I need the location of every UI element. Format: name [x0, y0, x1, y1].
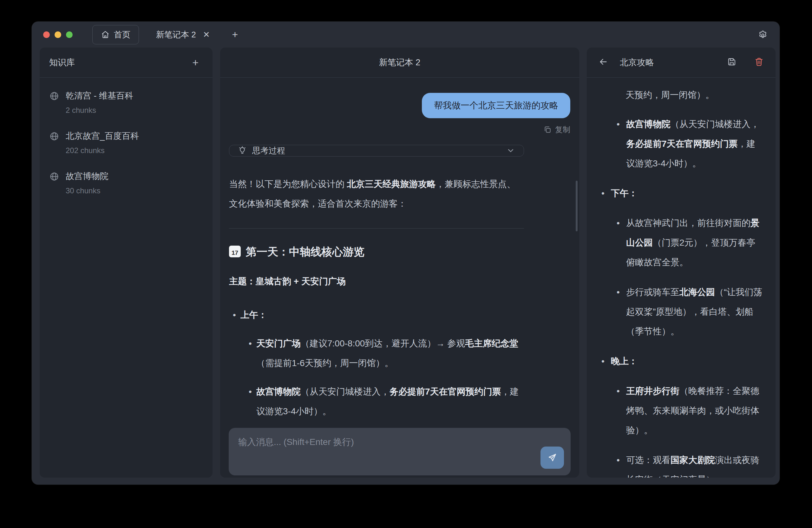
tab-close-icon[interactable]: ✕ [203, 30, 210, 40]
source-name: 乾清宫 - 维基百科 [66, 90, 133, 102]
tab-notebook[interactable]: 新笔记本 2 ✕ [156, 29, 210, 40]
user-message-row: 帮我做一个北京三天旅游的攻略 [229, 93, 570, 118]
globe-icon [49, 171, 59, 182]
message-paragraph: 当然！以下是为您精心设计的 北京三天经典旅游攻略，兼顾标志性景点、文化体验和美食… [229, 174, 524, 214]
save-note-button[interactable] [727, 57, 737, 68]
clipped-text-line: 天预约，周一闭馆）。 [598, 85, 764, 105]
list-item: •天安门广场（建议7:00-8:00到达，避开人流）→ 参观毛主席纪念堂（需提前… [245, 334, 524, 373]
bullet-marker: • [613, 450, 626, 478]
assistant-message: 当然！以下是为您精心设计的 北京三天经典旅游攻略，兼顾标志性景点、文化体验和美食… [229, 169, 524, 425]
knowledge-base-title: 知识库 [49, 57, 75, 68]
thinking-process-toggle[interactable]: 思考过程 [229, 145, 524, 156]
list-item: •步行或骑车至北海公园（“让我们荡起双桨”原型地），看白塔、划船（季节性）。 [613, 282, 764, 341]
source-item[interactable]: 乾清宫 - 维基百科2 chunks [49, 90, 203, 115]
chat-header: 新笔记本 2 [220, 47, 579, 78]
message-input-box [229, 428, 571, 476]
list-item: •故宫博物院（从天安门城楼进入，务必提前7天在官网预约门票，建议游览3-4小时）… [245, 382, 524, 421]
source-chunk-count: 30 chunks [66, 186, 108, 195]
knowledge-base-panel: 知识库 + 乾清宫 - 维基百科2 chunks北京故宫_百度百科202 chu… [40, 47, 213, 478]
chat-title: 新笔记本 2 [379, 57, 421, 68]
bullet-marker: • [245, 382, 256, 421]
close-window-button[interactable] [43, 31, 50, 38]
arrow-left-icon [598, 57, 608, 67]
note-content: 天预约，周一闭馆）。•故宫博物院（从天安门城楼进入，务必提前7天在官网预约门票，… [598, 85, 764, 478]
source-item[interactable]: 北京故宫_百度百科202 chunks [49, 131, 203, 155]
knowledge-base-header: 知识库 + [40, 47, 213, 78]
bullet-marker: • [613, 213, 626, 272]
new-tab-button[interactable]: + [232, 29, 238, 41]
home-icon [101, 30, 110, 39]
gear-icon [757, 29, 768, 40]
user-message-bubble: 帮我做一个北京三天旅游的攻略 [422, 93, 570, 118]
settings-button[interactable] [757, 29, 768, 40]
source-chunk-count: 202 chunks [66, 146, 139, 155]
chat-scroll-area[interactable]: 帮我做一个北京三天旅游的攻略 复制 思考过程 当然！以下是为您精心设计的 北京三… [220, 78, 579, 425]
app-window: 首页 新笔记本 2 ✕ + 知识库 + 乾清宫 - 维基百科2 chunks北京… [32, 21, 780, 485]
note-title: 北京攻略 [620, 57, 719, 68]
tab-notebook-label: 新笔记本 2 [156, 29, 196, 40]
send-icon [547, 453, 557, 463]
main-content: 知识库 + 乾清宫 - 维基百科2 chunks北京故宫_百度百科202 chu… [32, 47, 780, 485]
note-preview-header: 北京攻略 [587, 47, 775, 78]
back-button[interactable] [598, 57, 608, 68]
traffic-lights [43, 31, 73, 38]
list-item: •王府井步行街（晚餐推荐：全聚德烤鸭、东来顺涮羊肉，或小吃街体验）。 [613, 381, 764, 440]
title-bar: 首页 新笔记本 2 ✕ + [32, 21, 780, 47]
source-name: 北京故宫_百度百科 [66, 131, 139, 142]
day-heading: 17第一天：中轴线核心游览 [229, 244, 524, 259]
bullet-marker: • [613, 282, 626, 341]
list-item: •上午： [229, 305, 524, 325]
bullet-marker: • [229, 305, 241, 325]
add-source-button[interactable]: + [192, 57, 199, 68]
copy-label: 复制 [555, 124, 570, 135]
copy-icon [543, 125, 552, 134]
bullet-marker: • [245, 334, 256, 373]
list-item: •下午： [598, 183, 764, 203]
trash-icon [754, 57, 764, 67]
chevron-down-icon [506, 146, 516, 155]
thinking-process-label: 思考过程 [252, 145, 501, 156]
lightbulb-icon [237, 146, 247, 155]
source-item[interactable]: 故宫博物院30 chunks [49, 171, 203, 195]
list-item: •故宫博物院（从天安门城楼进入，务必提前7天在官网预约门票，建议游览3-4小时）… [613, 115, 764, 174]
source-name: 故宫博物院 [66, 171, 108, 182]
bullet-marker: • [598, 183, 611, 203]
source-chunk-count: 2 chunks [66, 106, 133, 115]
message-input[interactable] [229, 428, 571, 476]
bullet-marker: • [613, 115, 626, 174]
copy-button[interactable]: 复制 [229, 124, 570, 135]
theme-line: 主题：皇城古韵 + 天安门广场 [229, 272, 524, 291]
send-button[interactable] [540, 447, 564, 469]
globe-icon [49, 91, 59, 101]
note-preview-panel: 北京攻略 天预约，周一闭馆）。•故宫博物院（从天安门城楼进入，务必提前7天在官网… [587, 47, 775, 478]
tab-home-label: 首页 [114, 29, 130, 40]
bullet-marker: • [598, 351, 611, 371]
source-list: 乾清宫 - 维基百科2 chunks北京故宫_百度百科202 chunks故宫博… [40, 78, 213, 208]
bullet-marker: • [613, 381, 626, 440]
chat-panel: 新笔记本 2 帮我做一个北京三天旅游的攻略 复制 思考过程 当然！以下是为您精心… [220, 47, 579, 478]
list-item: •可选：观看国家大剧院演出或夜骑长安街（天安门夜景）。 [613, 450, 764, 478]
save-icon [727, 57, 737, 67]
note-scroll-area[interactable]: 天预约，周一闭馆）。•故宫博物院（从天安门城楼进入，务必提前7天在官网预约门票，… [587, 78, 775, 478]
delete-note-button[interactable] [745, 57, 764, 68]
tab-home[interactable]: 首页 [92, 25, 139, 44]
globe-icon [49, 131, 59, 141]
zoom-window-button[interactable] [66, 31, 73, 38]
list-item: •从故宫神武门出，前往街对面的景山公园（门票2元），登顶万春亭俯瞰故宫全景。 [613, 213, 764, 272]
calendar-icon: 17 [229, 246, 241, 257]
minimize-window-button[interactable] [55, 31, 61, 38]
list-item: •晚上： [598, 351, 764, 371]
section-divider [229, 228, 524, 228]
chat-scrollbar[interactable] [576, 181, 578, 231]
